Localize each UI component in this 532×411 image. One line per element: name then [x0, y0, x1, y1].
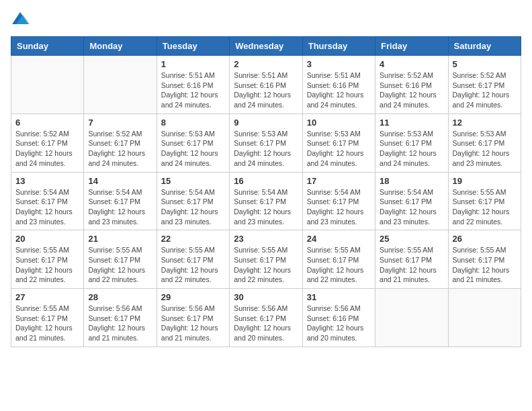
day-number: 21 — [88, 234, 152, 244]
day-info: Sunrise: 5:53 AM Sunset: 6:17 PM Dayligh… — [234, 129, 298, 169]
calendar-cell: 19Sunrise: 5:55 AM Sunset: 6:17 PM Dayli… — [448, 172, 521, 230]
calendar-cell: 9Sunrise: 5:53 AM Sunset: 6:17 PM Daylig… — [230, 113, 302, 172]
calendar-cell: 26Sunrise: 5:55 AM Sunset: 6:17 PM Dayli… — [448, 230, 521, 289]
day-number: 26 — [453, 234, 517, 244]
day-info: Sunrise: 5:55 AM Sunset: 6:17 PM Dayligh… — [234, 245, 298, 285]
day-number: 17 — [307, 176, 371, 186]
day-number: 2 — [234, 59, 298, 69]
day-info: Sunrise: 5:53 AM Sunset: 6:17 PM Dayligh… — [307, 129, 371, 169]
day-number: 3 — [307, 59, 371, 69]
day-info: Sunrise: 5:51 AM Sunset: 6:16 PM Dayligh… — [307, 71, 371, 110]
calendar-cell: 4Sunrise: 5:52 AM Sunset: 6:16 PM Daylig… — [375, 56, 448, 114]
day-info: Sunrise: 5:56 AM Sunset: 6:17 PM Dayligh… — [161, 304, 225, 343]
calendar-cell: 12Sunrise: 5:53 AM Sunset: 6:17 PM Dayli… — [448, 113, 521, 172]
calendar-cell: 8Sunrise: 5:53 AM Sunset: 6:17 PM Daylig… — [157, 113, 229, 172]
calendar-cell: 17Sunrise: 5:54 AM Sunset: 6:17 PM Dayli… — [302, 172, 375, 230]
day-info: Sunrise: 5:55 AM Sunset: 6:17 PM Dayligh… — [88, 245, 152, 285]
calendar-cell: 27Sunrise: 5:55 AM Sunset: 6:17 PM Dayli… — [11, 289, 84, 347]
day-number: 31 — [307, 292, 371, 302]
day-number: 22 — [161, 234, 225, 244]
calendar-cell: 28Sunrise: 5:56 AM Sunset: 6:17 PM Dayli… — [84, 289, 157, 347]
calendar-cell: 20Sunrise: 5:55 AM Sunset: 6:17 PM Dayli… — [11, 230, 84, 289]
day-info: Sunrise: 5:51 AM Sunset: 6:16 PM Dayligh… — [234, 71, 298, 110]
calendar-header-row: SundayMondayTuesdayWednesdayThursdayFrid… — [11, 37, 521, 56]
day-number: 27 — [15, 292, 79, 302]
calendar-cell: 21Sunrise: 5:55 AM Sunset: 6:17 PM Dayli… — [84, 230, 157, 289]
logo — [11, 11, 32, 30]
day-info: Sunrise: 5:55 AM Sunset: 6:17 PM Dayligh… — [161, 245, 225, 285]
day-number: 11 — [380, 118, 443, 128]
day-info: Sunrise: 5:54 AM Sunset: 6:17 PM Dayligh… — [307, 187, 371, 227]
calendar-cell: 31Sunrise: 5:56 AM Sunset: 6:16 PM Dayli… — [302, 289, 375, 347]
calendar-week-row: 13Sunrise: 5:54 AM Sunset: 6:17 PM Dayli… — [11, 172, 521, 230]
calendar-cell — [11, 56, 84, 114]
day-info: Sunrise: 5:52 AM Sunset: 6:17 PM Dayligh… — [15, 129, 79, 169]
day-number: 10 — [307, 118, 371, 128]
day-number: 13 — [15, 176, 79, 186]
day-info: Sunrise: 5:54 AM Sunset: 6:17 PM Dayligh… — [15, 187, 79, 227]
weekday-header-sunday: Sunday — [11, 37, 84, 56]
calendar-cell: 22Sunrise: 5:55 AM Sunset: 6:17 PM Dayli… — [157, 230, 229, 289]
day-number: 9 — [234, 118, 298, 128]
calendar-cell: 30Sunrise: 5:56 AM Sunset: 6:17 PM Dayli… — [230, 289, 302, 347]
calendar-cell: 6Sunrise: 5:52 AM Sunset: 6:17 PM Daylig… — [11, 113, 84, 172]
day-number: 20 — [15, 234, 79, 244]
day-number: 4 — [380, 59, 443, 69]
weekday-header-friday: Friday — [375, 37, 448, 56]
day-info: Sunrise: 5:56 AM Sunset: 6:17 PM Dayligh… — [234, 304, 298, 343]
weekday-header-wednesday: Wednesday — [230, 37, 302, 56]
day-number: 30 — [234, 292, 298, 302]
calendar-cell: 10Sunrise: 5:53 AM Sunset: 6:17 PM Dayli… — [302, 113, 375, 172]
weekday-header-tuesday: Tuesday — [157, 37, 229, 56]
calendar-cell: 7Sunrise: 5:52 AM Sunset: 6:17 PM Daylig… — [84, 113, 157, 172]
calendar-cell: 2Sunrise: 5:51 AM Sunset: 6:16 PM Daylig… — [230, 56, 302, 114]
day-info: Sunrise: 5:53 AM Sunset: 6:17 PM Dayligh… — [161, 129, 225, 169]
weekday-header-saturday: Saturday — [448, 37, 521, 56]
day-number: 16 — [234, 176, 298, 186]
calendar-cell: 25Sunrise: 5:55 AM Sunset: 6:17 PM Dayli… — [375, 230, 448, 289]
day-number: 29 — [161, 292, 225, 302]
calendar-cell: 3Sunrise: 5:51 AM Sunset: 6:16 PM Daylig… — [302, 56, 375, 114]
weekday-header-thursday: Thursday — [302, 37, 375, 56]
calendar-cell: 23Sunrise: 5:55 AM Sunset: 6:17 PM Dayli… — [230, 230, 302, 289]
day-number: 14 — [88, 176, 152, 186]
logo-icon — [11, 11, 30, 30]
calendar-table: SundayMondayTuesdayWednesdayThursdayFrid… — [11, 36, 521, 347]
day-info: Sunrise: 5:54 AM Sunset: 6:17 PM Dayligh… — [380, 187, 443, 227]
calendar-cell: 14Sunrise: 5:54 AM Sunset: 6:17 PM Dayli… — [84, 172, 157, 230]
day-number: 28 — [88, 292, 152, 302]
calendar-cell: 18Sunrise: 5:54 AM Sunset: 6:17 PM Dayli… — [375, 172, 448, 230]
calendar-cell: 1Sunrise: 5:51 AM Sunset: 6:16 PM Daylig… — [157, 56, 229, 114]
day-info: Sunrise: 5:56 AM Sunset: 6:17 PM Dayligh… — [88, 304, 152, 343]
calendar-cell: 13Sunrise: 5:54 AM Sunset: 6:17 PM Dayli… — [11, 172, 84, 230]
day-info: Sunrise: 5:55 AM Sunset: 6:17 PM Dayligh… — [15, 245, 79, 285]
day-info: Sunrise: 5:53 AM Sunset: 6:17 PM Dayligh… — [453, 129, 517, 169]
day-info: Sunrise: 5:55 AM Sunset: 6:17 PM Dayligh… — [307, 245, 371, 285]
page-header — [11, 11, 521, 30]
day-info: Sunrise: 5:52 AM Sunset: 6:17 PM Dayligh… — [453, 71, 517, 110]
calendar-cell: 16Sunrise: 5:54 AM Sunset: 6:17 PM Dayli… — [230, 172, 302, 230]
day-info: Sunrise: 5:56 AM Sunset: 6:16 PM Dayligh… — [307, 304, 371, 343]
day-info: Sunrise: 5:55 AM Sunset: 6:17 PM Dayligh… — [453, 245, 517, 285]
day-number: 19 — [453, 176, 517, 186]
calendar-week-row: 6Sunrise: 5:52 AM Sunset: 6:17 PM Daylig… — [11, 113, 521, 172]
day-number: 7 — [88, 118, 152, 128]
calendar-cell: 15Sunrise: 5:54 AM Sunset: 6:17 PM Dayli… — [157, 172, 229, 230]
day-number: 18 — [380, 176, 443, 186]
day-number: 12 — [453, 118, 517, 128]
calendar-cell — [84, 56, 157, 114]
calendar-week-row: 1Sunrise: 5:51 AM Sunset: 6:16 PM Daylig… — [11, 56, 521, 114]
calendar-week-row: 27Sunrise: 5:55 AM Sunset: 6:17 PM Dayli… — [11, 289, 521, 347]
calendar-cell: 24Sunrise: 5:55 AM Sunset: 6:17 PM Dayli… — [302, 230, 375, 289]
day-info: Sunrise: 5:52 AM Sunset: 6:17 PM Dayligh… — [88, 129, 152, 169]
day-number: 23 — [234, 234, 298, 244]
day-number: 24 — [307, 234, 371, 244]
calendar-cell: 11Sunrise: 5:53 AM Sunset: 6:17 PM Dayli… — [375, 113, 448, 172]
day-info: Sunrise: 5:55 AM Sunset: 6:17 PM Dayligh… — [15, 304, 79, 343]
day-info: Sunrise: 5:52 AM Sunset: 6:16 PM Dayligh… — [380, 71, 443, 110]
day-number: 8 — [161, 118, 225, 128]
day-info: Sunrise: 5:53 AM Sunset: 6:17 PM Dayligh… — [380, 129, 443, 169]
day-info: Sunrise: 5:54 AM Sunset: 6:17 PM Dayligh… — [161, 187, 225, 227]
calendar-cell — [448, 289, 521, 347]
day-number: 1 — [161, 59, 225, 69]
